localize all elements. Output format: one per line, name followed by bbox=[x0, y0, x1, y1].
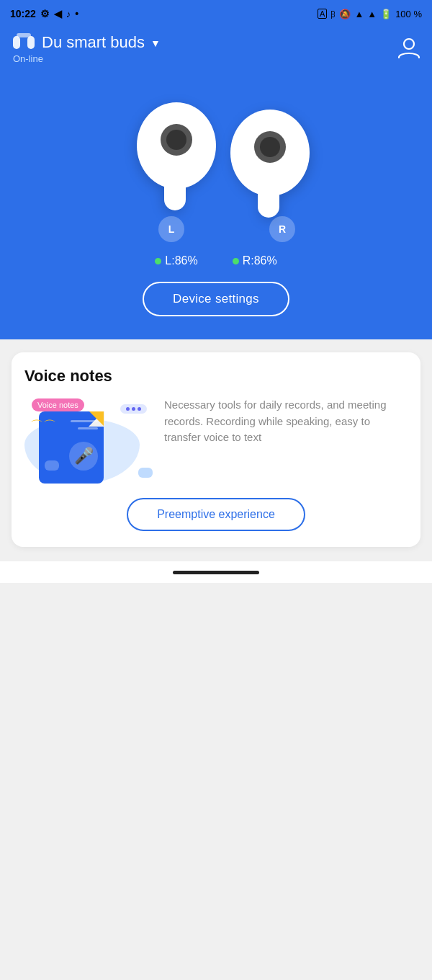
buds-logo-icon bbox=[12, 33, 36, 52]
card-description: Necessary tools for daily records, and m… bbox=[164, 397, 408, 446]
bubble-top bbox=[120, 404, 147, 414]
bubble-dot-2 bbox=[132, 407, 135, 411]
time-display: 10:22 bbox=[10, 8, 36, 19]
device-settings-button[interactable]: Device settings bbox=[143, 282, 289, 316]
voice-notes-tag: Voice notes bbox=[32, 398, 84, 411]
mute-icon: 🔕 bbox=[339, 9, 351, 19]
right-battery-text: R:86% bbox=[243, 254, 277, 267]
location-icon: ◀ bbox=[54, 8, 62, 19]
chat-bubble-left bbox=[45, 460, 59, 471]
content-section: Voice notes Voice notes ⌒⌒ bbox=[0, 339, 432, 561]
bottom-nav-bar bbox=[0, 561, 432, 583]
doc-line-2 bbox=[78, 427, 98, 429]
earbuds-illustration: L R bbox=[108, 80, 324, 246]
left-earbud-label: L bbox=[158, 216, 184, 242]
dropdown-arrow-icon[interactable]: ▼ bbox=[150, 37, 161, 49]
squiggle-icon: ⌒⌒ bbox=[30, 417, 56, 435]
signal-icon: ▲ bbox=[367, 9, 377, 19]
right-earbud bbox=[223, 95, 317, 224]
home-indicator bbox=[173, 571, 259, 574]
card-title: Voice notes bbox=[24, 367, 408, 386]
dot-icon: • bbox=[75, 8, 78, 19]
right-battery-dot bbox=[233, 258, 239, 264]
battery-row: L:86% R:86% bbox=[155, 254, 276, 267]
left-battery: L:86% bbox=[155, 254, 197, 267]
svg-point-11 bbox=[260, 137, 280, 157]
tiktok-icon: ♪ bbox=[66, 9, 71, 19]
svg-rect-0 bbox=[13, 36, 20, 49]
status-left: 10:22 ⚙ ◀ ♪ • bbox=[10, 8, 78, 19]
bubble-dot-3 bbox=[138, 407, 141, 411]
left-battery-text: L:86% bbox=[165, 254, 197, 267]
wifi-icon: ▲ bbox=[354, 9, 364, 19]
bluetooth-icon: Ꞵ bbox=[330, 9, 336, 19]
svg-rect-1 bbox=[27, 36, 35, 49]
auto-icon: A bbox=[318, 9, 327, 19]
online-status: On-line bbox=[12, 53, 161, 64]
svg-rect-2 bbox=[17, 33, 31, 37]
svg-point-3 bbox=[404, 39, 414, 49]
voice-notes-illustration: Voice notes ⌒⌒ 🎤 bbox=[24, 397, 154, 484]
right-earbud-label: R bbox=[269, 216, 295, 242]
chat-bubble-right bbox=[138, 468, 153, 478]
battery-icon: 🔋 bbox=[380, 9, 392, 19]
bubble-dot-1 bbox=[126, 407, 130, 411]
status-bar: 10:22 ⚙ ◀ ♪ • A Ꞵ 🔕 ▲ ▲ 🔋 100 % bbox=[0, 0, 432, 26]
status-right: A Ꞵ 🔕 ▲ ▲ 🔋 100 % bbox=[318, 9, 422, 19]
voice-notes-card: Voice notes Voice notes ⌒⌒ bbox=[12, 352, 420, 547]
device-name-row: Du smart buds ▼ bbox=[12, 33, 161, 52]
mic-icon: 🎤 bbox=[69, 442, 98, 471]
hero-section: L R L:86% R:86% Device settings bbox=[0, 68, 432, 339]
left-earbud bbox=[130, 88, 223, 217]
svg-point-7 bbox=[166, 130, 186, 150]
left-battery-dot bbox=[155, 258, 161, 264]
battery-percent: 100 % bbox=[395, 9, 422, 19]
header: Du smart buds ▼ On-line bbox=[0, 26, 432, 68]
header-left: Du smart buds ▼ On-line bbox=[12, 33, 161, 64]
preemptive-experience-button[interactable]: Preemptive experience bbox=[127, 498, 305, 531]
right-battery: R:86% bbox=[233, 254, 277, 267]
profile-icon[interactable] bbox=[397, 36, 420, 64]
doc-line-1 bbox=[71, 420, 98, 422]
settings-icon: ⚙ bbox=[40, 8, 50, 19]
device-name: Du smart buds bbox=[42, 33, 145, 52]
card-body: Voice notes ⌒⌒ 🎤 bbox=[24, 397, 408, 484]
